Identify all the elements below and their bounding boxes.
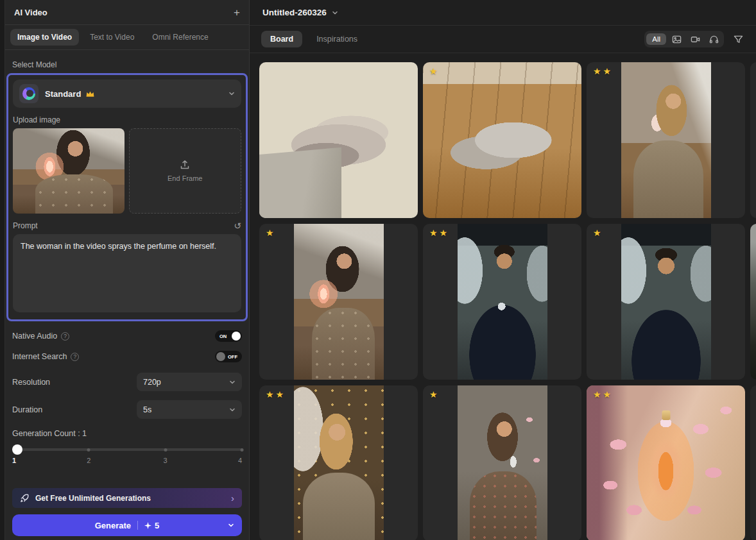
prompt-history-icon[interactable]: ↺ [234, 221, 241, 230]
upload-row: End Frame [13, 128, 241, 214]
project-title[interactable]: Untitled-260326 [262, 8, 327, 17]
star-badges: ★ [266, 228, 274, 237]
tick-label: 1 [12, 457, 16, 464]
audio-filter-icon[interactable] [705, 33, 722, 46]
help-icon: ? [71, 353, 79, 361]
new-task-plus-icon[interactable]: + [234, 7, 240, 18]
star-badges: ★★ [593, 67, 611, 76]
prompt-header: Prompt ↺ [13, 221, 241, 230]
generated-image [458, 224, 547, 380]
app-window: AI Video + Image to Video Text to Video … [0, 0, 756, 540]
gallery-card[interactable]: ★ [587, 224, 745, 380]
gallery-card[interactable] [259, 62, 418, 218]
generation-count-slider[interactable] [12, 444, 242, 455]
ai-video-panel: AI Video + Image to Video Text to Video … [5, 0, 250, 540]
native-audio-label: Native Audio [12, 332, 57, 341]
star-icon: ★ [429, 67, 438, 76]
duration-row: Duration 5s [12, 400, 242, 419]
slider-track [12, 448, 242, 451]
star-badges: ★ [429, 67, 438, 76]
model-name: Standard [45, 89, 81, 99]
generated-image [750, 224, 756, 380]
end-frame-label: End Frame [168, 174, 202, 182]
star-badges: ★ [593, 228, 601, 237]
highlighted-section: Standard Upload image End Frame [6, 73, 248, 321]
gallery-card[interactable]: ★★ [587, 62, 745, 218]
sparkle-icon [144, 522, 151, 529]
resolution-label: Resolution [12, 378, 50, 387]
star-icon: ★ [276, 390, 284, 399]
toggle-state-label: OFF [228, 354, 237, 360]
internet-search-toggle[interactable]: OFF [215, 351, 242, 362]
credit-cost: 5 [155, 521, 159, 530]
chevron-down-icon [228, 90, 235, 97]
gallery-card[interactable]: ★ [259, 224, 418, 380]
slider-ticks: 1 2 3 4 [12, 457, 242, 466]
tab-board[interactable]: Board [261, 31, 302, 47]
end-frame-upload[interactable]: End Frame [129, 128, 242, 214]
gallery-card[interactable] [750, 385, 756, 540]
toggle-knob [232, 332, 241, 341]
internet-search-row: Internet Search ? OFF [12, 351, 242, 362]
gallery-card[interactable]: ★ [750, 62, 756, 218]
select-model-label: Select Model [12, 60, 242, 69]
tab-omni-reference[interactable]: Omni Reference [145, 29, 215, 46]
gallery-card[interactable]: ★★ [259, 385, 418, 540]
generate-label: Generate [95, 521, 131, 530]
help-icon: ? [61, 332, 69, 341]
generated-image [294, 224, 384, 380]
star-badges: ★★ [429, 228, 447, 237]
gallery-card[interactable]: ★ [423, 385, 581, 540]
chevron-down-icon[interactable] [332, 10, 338, 16]
chevron-down-icon [229, 379, 236, 385]
generated-image [621, 62, 711, 218]
panel-title: AI Video [14, 8, 47, 17]
slider-knob[interactable] [12, 444, 22, 455]
filter-funnel-icon[interactable] [732, 33, 744, 46]
panel-header: AI Video + [5, 0, 249, 25]
generate-options-chevron-icon[interactable] [228, 522, 234, 528]
generated-image [294, 385, 384, 540]
crown-icon [85, 90, 95, 97]
generated-image [621, 224, 711, 380]
tab-image-to-video[interactable]: Image to Video [10, 29, 79, 46]
generated-image [587, 385, 745, 540]
prompt-input[interactable]: The woman in the video sprays the perfum… [13, 234, 241, 312]
chevron-right-icon: › [231, 493, 234, 503]
gallery-card[interactable]: ★★ [423, 224, 581, 380]
generated-image [458, 385, 547, 540]
image-filter-icon[interactable] [668, 33, 685, 46]
left-rail [0, 0, 5, 540]
star-icon: ★ [440, 228, 448, 237]
star-badges: ★★ [266, 390, 284, 399]
star-icon: ★ [603, 390, 612, 399]
star-icon: ★ [429, 228, 438, 237]
filter-all-button[interactable]: All [646, 33, 666, 45]
generate-button[interactable]: Generate 5 [12, 514, 242, 536]
gallery-card[interactable]: ★ [423, 62, 581, 218]
duration-dropdown[interactable]: 5s [137, 400, 242, 419]
model-select[interactable]: Standard [13, 80, 241, 108]
toggle-state-label: ON [219, 333, 227, 339]
gallery-card[interactable]: ★★ [587, 385, 745, 540]
generated-image [259, 62, 418, 218]
toggle-knob [216, 352, 225, 361]
resolution-value: 720p [143, 378, 229, 387]
slider-dot [164, 448, 167, 451]
duration-value: 5s [143, 405, 229, 414]
generated-image [423, 62, 581, 218]
native-audio-toggle[interactable]: ON [215, 330, 242, 342]
tab-inspirations[interactable]: Inspirations [309, 31, 365, 47]
free-generations-banner[interactable]: Get Free Unlimited Generations › [12, 488, 242, 508]
prompt-label: Prompt [13, 221, 38, 230]
chevron-down-icon [229, 407, 236, 413]
video-filter-icon[interactable] [687, 33, 703, 46]
resolution-dropdown[interactable]: 720p [137, 373, 242, 391]
tab-text-to-video[interactable]: Text to Video [83, 29, 141, 46]
promo-label: Get Free Unlimited Generations [35, 494, 151, 503]
start-frame-image[interactable] [13, 128, 125, 214]
gallery-card[interactable]: ★ [750, 224, 756, 380]
slider-dot [241, 448, 244, 451]
board-toolbar: Board Inspirations All [250, 26, 756, 53]
tick-label: 3 [164, 457, 168, 464]
